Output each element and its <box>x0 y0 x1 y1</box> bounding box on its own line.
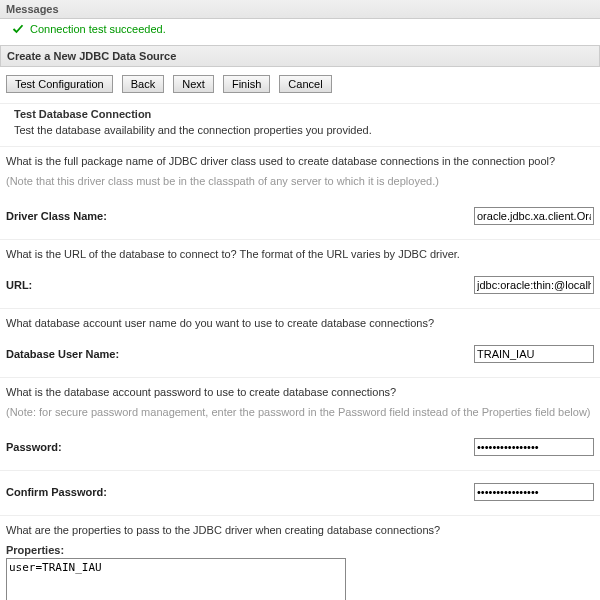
properties-block: Properties: <box>0 540 600 600</box>
driver-class-note: (Note that this driver class must be in … <box>0 171 600 195</box>
confirm-password-field-row: Confirm Password: <box>0 471 600 515</box>
username-question: What database account user name do you w… <box>0 309 600 333</box>
password-field-row: Password: <box>0 426 600 470</box>
divider <box>0 103 600 104</box>
url-label: URL: <box>6 279 32 291</box>
subsection-title: Test Database Connection <box>0 108 600 124</box>
driver-class-input[interactable] <box>474 207 594 225</box>
messages-header-bar: Messages <box>0 0 600 19</box>
subsection-intro: Test the database availability and the c… <box>0 124 600 146</box>
url-field-row: URL: <box>0 264 600 308</box>
properties-textarea[interactable] <box>6 558 346 600</box>
username-label: Database User Name: <box>6 348 119 360</box>
success-message-row: Connection test succeeded. <box>0 19 600 39</box>
button-row: Test Configuration Back Next Finish Canc… <box>0 67 600 103</box>
next-button[interactable]: Next <box>173 75 214 93</box>
url-input[interactable] <box>474 276 594 294</box>
success-message-text: Connection test succeeded. <box>30 23 166 35</box>
section-header: Create a New JDBC Data Source <box>0 45 600 67</box>
driver-class-field-row: Driver Class Name: <box>0 195 600 239</box>
password-input[interactable] <box>474 438 594 456</box>
driver-class-label: Driver Class Name: <box>6 210 107 222</box>
back-button[interactable]: Back <box>122 75 164 93</box>
check-icon <box>12 23 24 35</box>
finish-button[interactable]: Finish <box>223 75 270 93</box>
driver-class-question: What is the full package name of JDBC dr… <box>0 147 600 171</box>
confirm-password-label: Confirm Password: <box>6 486 107 498</box>
cancel-button[interactable]: Cancel <box>279 75 331 93</box>
test-configuration-button[interactable]: Test Configuration <box>6 75 113 93</box>
username-input[interactable] <box>474 345 594 363</box>
properties-question: What are the properties to pass to the J… <box>0 516 600 540</box>
url-question: What is the URL of the database to conne… <box>0 240 600 264</box>
username-field-row: Database User Name: <box>0 333 600 377</box>
password-label: Password: <box>6 441 62 453</box>
confirm-password-input[interactable] <box>474 483 594 501</box>
password-question: What is the database account password to… <box>0 378 600 402</box>
form-content: Test Database Connection Test the databa… <box>0 108 600 600</box>
messages-title: Messages <box>6 3 59 15</box>
properties-label: Properties: <box>6 544 594 556</box>
password-note: (Note: for secure password management, e… <box>0 402 600 426</box>
